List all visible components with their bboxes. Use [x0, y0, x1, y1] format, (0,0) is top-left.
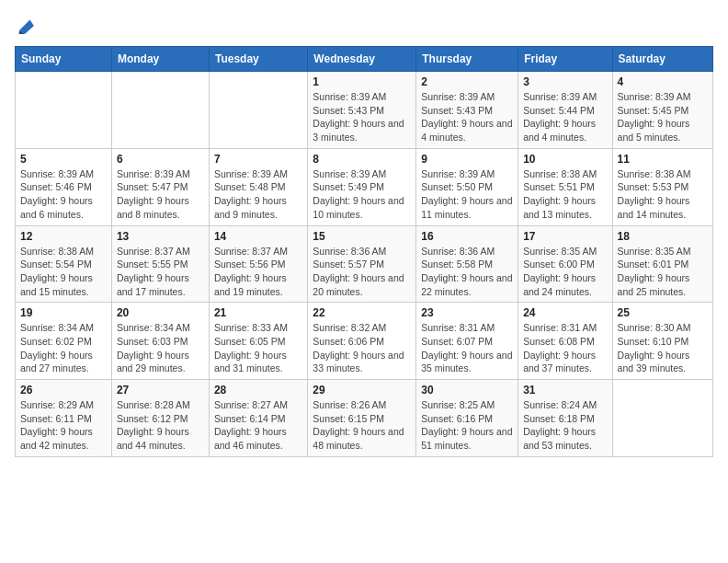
day-cell: 20Sunrise: 8:34 AMSunset: 6:03 PMDayligh…	[111, 303, 209, 380]
day-info: Sunrise: 8:28 AMSunset: 6:12 PMDaylight:…	[117, 398, 204, 453]
day-cell: 23Sunrise: 8:31 AMSunset: 6:07 PMDayligh…	[416, 303, 518, 380]
day-cell: 1Sunrise: 8:39 AMSunset: 5:43 PMDaylight…	[308, 72, 416, 149]
day-number: 30	[421, 384, 513, 396]
day-number: 2	[421, 75, 513, 88]
day-info: Sunrise: 8:34 AMSunset: 6:03 PMDaylight:…	[117, 321, 204, 375]
day-number: 13	[117, 230, 204, 243]
day-cell: 29Sunrise: 8:26 AMSunset: 6:15 PMDayligh…	[308, 380, 416, 457]
day-info: Sunrise: 8:39 AMSunset: 5:43 PMDaylight:…	[313, 90, 411, 144]
day-info: Sunrise: 8:39 AMSunset: 5:46 PMDaylight:…	[20, 167, 107, 222]
header-tuesday: Tuesday	[209, 47, 307, 72]
week-row-4: 19Sunrise: 8:34 AMSunset: 6:02 PMDayligh…	[16, 303, 713, 380]
day-info: Sunrise: 8:35 AMSunset: 6:00 PMDaylight:…	[523, 245, 607, 299]
day-number: 24	[523, 306, 607, 319]
header-monday: Monday	[111, 47, 209, 72]
header-saturday: Saturday	[612, 47, 712, 72]
day-cell: 27Sunrise: 8:28 AMSunset: 6:12 PMDayligh…	[111, 380, 209, 457]
day-number: 29	[313, 384, 411, 396]
day-number: 9	[421, 153, 513, 166]
day-number: 12	[20, 230, 107, 243]
day-number: 10	[523, 153, 607, 166]
day-number: 15	[313, 230, 411, 243]
day-cell	[16, 72, 112, 149]
day-number: 21	[214, 306, 302, 319]
day-cell: 19Sunrise: 8:34 AMSunset: 6:02 PMDayligh…	[16, 303, 112, 380]
day-number: 28	[214, 384, 302, 396]
day-info: Sunrise: 8:39 AMSunset: 5:48 PMDaylight:…	[214, 167, 302, 222]
day-number: 8	[313, 153, 411, 166]
day-info: Sunrise: 8:24 AMSunset: 6:18 PMDaylight:…	[523, 398, 607, 453]
day-cell: 21Sunrise: 8:33 AMSunset: 6:05 PMDayligh…	[209, 303, 307, 380]
day-number: 5	[20, 153, 107, 166]
day-cell	[209, 72, 307, 149]
day-cell: 28Sunrise: 8:27 AMSunset: 6:14 PMDayligh…	[209, 380, 307, 457]
day-number: 27	[117, 384, 204, 396]
day-cell: 31Sunrise: 8:24 AMSunset: 6:18 PMDayligh…	[518, 380, 612, 457]
header-wednesday: Wednesday	[308, 47, 416, 72]
header-thursday: Thursday	[416, 47, 518, 72]
day-number: 31	[523, 384, 607, 396]
header-friday: Friday	[518, 47, 612, 72]
day-cell: 5Sunrise: 8:39 AMSunset: 5:46 PMDaylight…	[16, 148, 112, 225]
day-number: 7	[214, 153, 302, 166]
day-info: Sunrise: 8:31 AMSunset: 6:07 PMDaylight:…	[421, 321, 513, 375]
calendar-header-row: SundayMondayTuesdayWednesdayThursdayFrid…	[16, 47, 713, 72]
day-info: Sunrise: 8:35 AMSunset: 6:01 PMDaylight:…	[618, 245, 708, 299]
day-info: Sunrise: 8:33 AMSunset: 6:05 PMDaylight:…	[214, 321, 302, 375]
day-number: 19	[20, 306, 107, 319]
day-info: Sunrise: 8:37 AMSunset: 5:55 PMDaylight:…	[117, 245, 204, 299]
day-number: 17	[523, 230, 607, 243]
day-info: Sunrise: 8:39 AMSunset: 5:47 PMDaylight:…	[117, 167, 204, 222]
week-row-2: 5Sunrise: 8:39 AMSunset: 5:46 PMDaylight…	[16, 148, 713, 225]
day-info: Sunrise: 8:36 AMSunset: 5:58 PMDaylight:…	[421, 245, 513, 299]
day-info: Sunrise: 8:31 AMSunset: 6:08 PMDaylight:…	[523, 321, 607, 375]
day-cell: 10Sunrise: 8:38 AMSunset: 5:51 PMDayligh…	[518, 148, 612, 225]
day-cell: 26Sunrise: 8:29 AMSunset: 6:11 PMDayligh…	[16, 380, 112, 457]
day-cell: 4Sunrise: 8:39 AMSunset: 5:45 PMDaylight…	[612, 72, 712, 149]
week-row-5: 26Sunrise: 8:29 AMSunset: 6:11 PMDayligh…	[16, 380, 713, 457]
logo-icon	[15, 15, 35, 35]
week-row-1: 1Sunrise: 8:39 AMSunset: 5:43 PMDaylight…	[16, 72, 713, 149]
day-info: Sunrise: 8:38 AMSunset: 5:54 PMDaylight:…	[20, 245, 107, 299]
day-cell: 18Sunrise: 8:35 AMSunset: 6:01 PMDayligh…	[612, 225, 712, 303]
day-cell	[111, 72, 209, 149]
day-info: Sunrise: 8:30 AMSunset: 6:10 PMDaylight:…	[618, 321, 708, 375]
day-cell: 11Sunrise: 8:38 AMSunset: 5:53 PMDayligh…	[612, 148, 712, 225]
day-number: 16	[421, 230, 513, 243]
day-number: 23	[421, 306, 513, 319]
day-info: Sunrise: 8:39 AMSunset: 5:45 PMDaylight:…	[618, 90, 708, 144]
day-cell: 6Sunrise: 8:39 AMSunset: 5:47 PMDaylight…	[111, 148, 209, 225]
day-number: 4	[618, 75, 708, 88]
day-info: Sunrise: 8:37 AMSunset: 5:56 PMDaylight:…	[214, 245, 302, 299]
day-info: Sunrise: 8:38 AMSunset: 5:53 PMDaylight:…	[618, 167, 708, 222]
day-number: 18	[618, 230, 708, 243]
day-cell: 25Sunrise: 8:30 AMSunset: 6:10 PMDayligh…	[612, 303, 712, 380]
day-info: Sunrise: 8:34 AMSunset: 6:02 PMDaylight:…	[20, 321, 107, 375]
day-info: Sunrise: 8:25 AMSunset: 6:16 PMDaylight:…	[421, 398, 513, 453]
day-info: Sunrise: 8:39 AMSunset: 5:44 PMDaylight:…	[523, 90, 607, 144]
day-cell: 7Sunrise: 8:39 AMSunset: 5:48 PMDaylight…	[209, 148, 307, 225]
day-cell: 3Sunrise: 8:39 AMSunset: 5:44 PMDaylight…	[518, 72, 612, 149]
day-number: 25	[618, 306, 708, 319]
day-cell: 14Sunrise: 8:37 AMSunset: 5:56 PMDayligh…	[209, 225, 307, 303]
day-number: 1	[313, 75, 411, 88]
day-info: Sunrise: 8:39 AMSunset: 5:49 PMDaylight:…	[313, 167, 411, 222]
day-cell: 24Sunrise: 8:31 AMSunset: 6:08 PMDayligh…	[518, 303, 612, 380]
day-info: Sunrise: 8:27 AMSunset: 6:14 PMDaylight:…	[214, 398, 302, 453]
day-cell: 8Sunrise: 8:39 AMSunset: 5:49 PMDaylight…	[308, 148, 416, 225]
day-cell: 15Sunrise: 8:36 AMSunset: 5:57 PMDayligh…	[308, 225, 416, 303]
page-header	[15, 15, 713, 35]
day-info: Sunrise: 8:39 AMSunset: 5:50 PMDaylight:…	[421, 167, 513, 222]
day-number: 11	[618, 153, 708, 166]
day-cell: 9Sunrise: 8:39 AMSunset: 5:50 PMDaylight…	[416, 148, 518, 225]
header-sunday: Sunday	[16, 47, 112, 72]
day-cell: 13Sunrise: 8:37 AMSunset: 5:55 PMDayligh…	[111, 225, 209, 303]
day-number: 6	[117, 153, 204, 166]
week-row-3: 12Sunrise: 8:38 AMSunset: 5:54 PMDayligh…	[16, 225, 713, 303]
day-number: 20	[117, 306, 204, 319]
calendar-table: SundayMondayTuesdayWednesdayThursdayFrid…	[15, 46, 713, 457]
day-number: 22	[313, 306, 411, 319]
day-cell: 12Sunrise: 8:38 AMSunset: 5:54 PMDayligh…	[16, 225, 112, 303]
day-info: Sunrise: 8:26 AMSunset: 6:15 PMDaylight:…	[313, 398, 411, 453]
day-info: Sunrise: 8:36 AMSunset: 5:57 PMDaylight:…	[313, 245, 411, 299]
